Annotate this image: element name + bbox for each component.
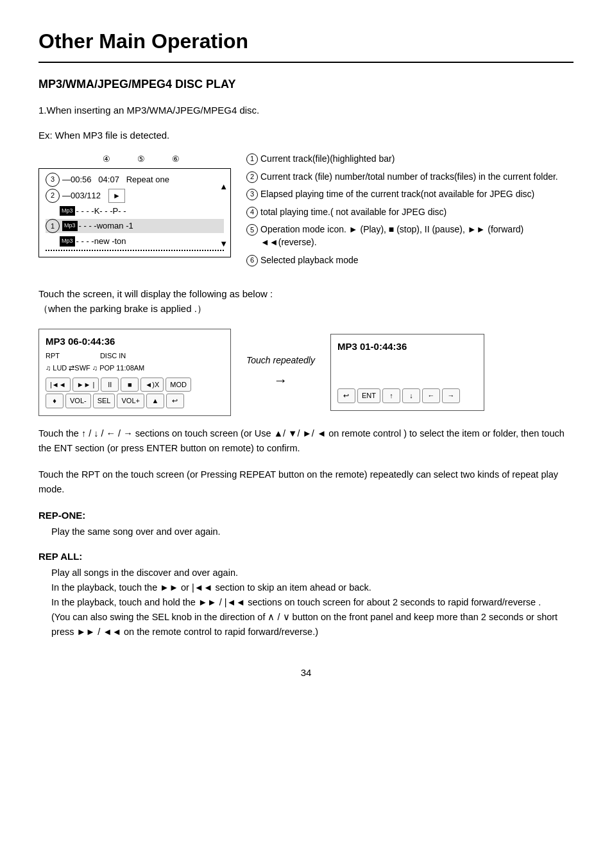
screen-diagram: 3 —00:56 04:07 Repeat one ▲ 2 —003/112 ►… bbox=[38, 168, 231, 257]
btn-vol-down[interactable]: VOL- bbox=[65, 394, 91, 408]
display-right: MP3 01-0:44:36 ↩ ENT ↑ ↓ ← → bbox=[330, 334, 484, 411]
label-3: 3 bbox=[46, 173, 60, 187]
btn-diamond[interactable]: ♦ bbox=[46, 394, 64, 408]
right-arrow-icon: → bbox=[273, 370, 287, 391]
btn-right-return[interactable]: ↩ bbox=[337, 388, 355, 403]
touch-screen-section: Touch the screen, it will display the fo… bbox=[38, 287, 574, 316]
touch-screen-text2: （when the parking brake is applied .） bbox=[38, 302, 574, 317]
screen-row-1: 3 —00:56 04:07 Repeat one ▲ bbox=[46, 173, 224, 187]
annotation-1: 1 Current track(file)(highlighted bar) bbox=[246, 153, 574, 166]
annotation-4: 4 total playing time.( not available for… bbox=[246, 206, 574, 219]
annotation-2: 2 Current track (file) number/total numb… bbox=[246, 171, 574, 184]
dotted-line bbox=[46, 250, 224, 251]
scroll-up[interactable]: ▲ bbox=[219, 180, 228, 193]
btn-sel[interactable]: SEL bbox=[93, 394, 115, 408]
rep-all-line-2: In the playback, touch the ►► or |◄◄ sec… bbox=[51, 580, 574, 595]
btn-prev[interactable]: |◄◄ bbox=[46, 378, 71, 392]
screen-row-2: 2 —003/112 ► bbox=[46, 189, 224, 203]
screen-row-mp3-3: Mp3 - - - -new -ton bbox=[46, 235, 224, 248]
label-2: 2 bbox=[46, 189, 60, 203]
display-boxes: MP3 06-0:44:36 RPT DISC IN ♫ LUD ⇄SWF ♫ … bbox=[38, 329, 574, 416]
touch-repeatedly-label: Touch repeatedly bbox=[246, 354, 315, 367]
play-btn[interactable]: ► bbox=[108, 189, 125, 203]
btn-mod[interactable]: MOD bbox=[166, 378, 191, 392]
btn-vol-up[interactable]: VOL+ bbox=[117, 394, 144, 408]
disp-right-header: MP3 01-0:44:36 bbox=[337, 340, 477, 354]
rep-all-line-4: (You can also swing the SEL knob in the … bbox=[51, 610, 574, 639]
annotation-6: 6 Selected playback mode bbox=[246, 254, 574, 267]
diagram-section: ④ ⑤ ⑥ 3 —00:56 04:07 Repeat one ▲ 2 —003… bbox=[38, 153, 574, 272]
disp-left-sub: RPT DISC IN bbox=[46, 351, 224, 361]
arrow-section: Touch repeatedly → bbox=[241, 354, 320, 391]
disp-left-icons: ♫ LUD ⇄SWF ♫ POP 11:08AM bbox=[46, 363, 224, 374]
rep-one-text: Play the same song over and over again. bbox=[38, 525, 574, 539]
annotation-5: 5 Operation mode icon. ► (Play), ■ (stop… bbox=[246, 223, 574, 248]
body-para-1: Touch the ↑ / ↓ / ← / → sections on touc… bbox=[38, 426, 574, 456]
btn-row-1: |◄◄ ►► | II ■ ◄)X MOD bbox=[46, 378, 224, 392]
btn-next[interactable]: ►► | bbox=[72, 378, 99, 392]
body-para-2: Touch the RPT on the touch screen (or Pr… bbox=[38, 467, 574, 497]
btn-ent[interactable]: ENT bbox=[357, 388, 380, 403]
screen-row-mp3-1: Mp3 - - - -K- - -P- - bbox=[46, 205, 224, 218]
annotations: 1 Current track(file)(highlighted bar) 2… bbox=[246, 153, 574, 272]
label-1: 1 bbox=[46, 219, 60, 233]
page-number: 34 bbox=[38, 666, 574, 681]
rep-all-lines: Play all songs in the discover and over … bbox=[38, 566, 574, 640]
btn-dir-down[interactable]: ↓ bbox=[402, 388, 420, 403]
annotation-3: 3 Elapsed playing time of the current tr… bbox=[246, 188, 574, 201]
btn-stop[interactable]: ■ bbox=[121, 378, 139, 392]
btn-row-right: ↩ ENT ↑ ↓ ← → bbox=[337, 388, 477, 403]
intro-line1: 1.When inserting an MP3/WMA/JPEG/MPEG4 d… bbox=[38, 103, 574, 118]
screen-row-mp3-2-highlighted: 1 Mp3 - - - -woman -1 bbox=[46, 219, 224, 233]
rpt-label: RPT bbox=[46, 352, 60, 360]
rep-one-title: REP-ONE: bbox=[38, 508, 574, 523]
discin-label: DISC IN bbox=[100, 352, 126, 360]
btn-return[interactable]: ↩ bbox=[166, 394, 184, 408]
touch-screen-text1: Touch the screen, it will display the fo… bbox=[38, 287, 574, 302]
rep-all-line-1: Play all songs in the discover and over … bbox=[51, 566, 574, 580]
btn-mute[interactable]: ◄)X bbox=[140, 378, 164, 392]
top-labels: ④ ⑤ ⑥ bbox=[38, 153, 231, 166]
btn-dir-left[interactable]: ← bbox=[422, 388, 440, 403]
btn-up[interactable]: ▲ bbox=[146, 394, 164, 408]
section-title: MP3/WMA/JPEG/MPEG4 DISC PLAY bbox=[38, 76, 574, 93]
disp-left-header: MP3 06-0:44:36 bbox=[46, 334, 224, 349]
intro-line2: Ex: When MP3 file is detected. bbox=[38, 128, 574, 143]
page-title: Other Main Operation bbox=[38, 26, 574, 63]
btn-dir-up[interactable]: ↑ bbox=[382, 388, 400, 403]
display-left: MP3 06-0:44:36 RPT DISC IN ♫ LUD ⇄SWF ♫ … bbox=[38, 329, 231, 416]
scroll-down[interactable]: ▼ bbox=[219, 238, 228, 250]
btn-dir-right[interactable]: → bbox=[442, 388, 460, 403]
rep-all-title: REP ALL: bbox=[38, 550, 574, 564]
btn-row-2: ♦ VOL- SEL VOL+ ▲ ↩ bbox=[46, 394, 224, 408]
rep-all-line-3: In the playback, touch and hold the ►► /… bbox=[51, 595, 574, 610]
btn-pause[interactable]: II bbox=[101, 378, 119, 392]
